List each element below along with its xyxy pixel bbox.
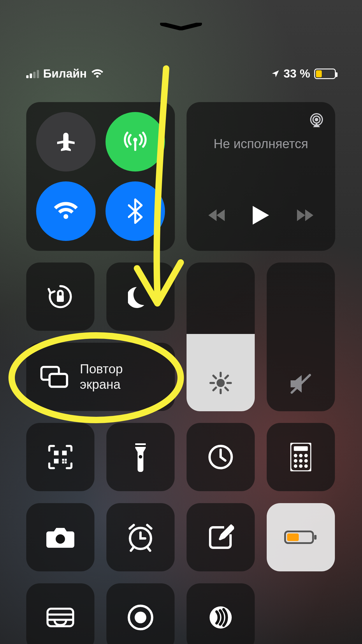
screen-record-icon: [127, 604, 154, 631]
qr-code-icon: [47, 444, 74, 470]
location-icon: [271, 70, 280, 78]
bluetooth-button[interactable]: [106, 181, 165, 241]
battery-icon: [314, 69, 336, 79]
orientation-lock-button[interactable]: [26, 262, 94, 331]
note-compose-icon: [207, 524, 234, 551]
svg-rect-17: [135, 445, 146, 447]
wifi-icon: [53, 201, 79, 221]
status-bar: Билайн 33 %: [26, 67, 336, 80]
cellular-signal-icon: [26, 69, 39, 78]
cellular-antenna-icon: [123, 129, 148, 154]
speaker-muted-icon: [288, 372, 314, 396]
screen-mirroring-label: Повтор экрана: [80, 361, 123, 392]
alarm-button[interactable]: [106, 503, 175, 571]
previous-track-button[interactable]: [208, 208, 226, 222]
brightness-slider[interactable]: [187, 262, 255, 411]
wifi-button[interactable]: [36, 181, 96, 241]
svg-point-22: [299, 454, 303, 457]
battery-percent-label: 33 %: [284, 67, 310, 80]
svg-rect-7: [50, 374, 67, 387]
nfc-tag-reader-button[interactable]: [187, 583, 255, 644]
timer-button[interactable]: [187, 423, 255, 491]
svg-rect-20: [294, 446, 308, 451]
flashlight-icon: [132, 441, 149, 473]
svg-point-21: [294, 454, 297, 457]
svg-point-25: [299, 459, 303, 463]
wifi-icon: [91, 69, 104, 79]
airplane-icon: [53, 129, 78, 154]
connectivity-panel[interactable]: [26, 102, 175, 251]
svg-rect-9: [54, 451, 59, 455]
svg-point-16: [139, 455, 142, 459]
svg-rect-12: [62, 459, 64, 461]
alarm-clock-icon: [126, 523, 155, 552]
svg-rect-34: [287, 533, 299, 541]
battery-fill: [316, 70, 322, 77]
do-not-disturb-button[interactable]: [106, 262, 175, 331]
svg-rect-14: [62, 461, 64, 463]
calculator-icon: [290, 443, 311, 471]
bluetooth-icon: [128, 198, 143, 224]
rotation-lock-icon: [46, 282, 75, 311]
quick-note-button[interactable]: [187, 503, 255, 571]
svg-rect-13: [65, 461, 67, 463]
svg-point-5: [217, 379, 225, 387]
svg-point-30: [56, 534, 65, 544]
svg-point-26: [304, 459, 308, 463]
svg-rect-11: [54, 459, 59, 463]
airplay-audio-icon[interactable]: [308, 112, 325, 130]
screen-mirroring-button[interactable]: Повтор экрана: [26, 343, 175, 411]
sun-icon: [208, 370, 233, 396]
svg-point-29: [304, 464, 308, 468]
play-button[interactable]: [253, 206, 269, 225]
moon-icon: [128, 284, 153, 309]
svg-rect-10: [62, 451, 67, 455]
wallet-icon: [46, 606, 75, 629]
camera-icon: [45, 526, 75, 549]
svg-point-3: [315, 118, 318, 121]
timer-icon: [207, 443, 234, 471]
svg-point-28: [299, 464, 303, 468]
screen-record-button[interactable]: [106, 583, 175, 644]
nfc-icon: [207, 604, 234, 631]
qr-scanner-button[interactable]: [26, 423, 94, 491]
svg-rect-35: [48, 609, 73, 626]
svg-point-37: [135, 612, 146, 623]
camera-button[interactable]: [26, 503, 94, 571]
carrier-label: Билайн: [43, 67, 87, 80]
calculator-button[interactable]: [267, 423, 335, 491]
volume-slider[interactable]: [267, 262, 335, 411]
airplane-mode-button[interactable]: [36, 112, 96, 172]
flashlight-button[interactable]: [106, 423, 175, 491]
now-playing-panel[interactable]: Не исполняется: [187, 102, 335, 251]
svg-point-23: [304, 454, 308, 457]
screen-mirroring-icon: [40, 365, 69, 388]
wallet-button[interactable]: [26, 583, 94, 644]
svg-rect-15: [65, 459, 67, 461]
svg-rect-33: [314, 535, 317, 540]
svg-point-24: [294, 459, 297, 463]
now-playing-title: Не исполняется: [214, 136, 308, 151]
next-track-button[interactable]: [295, 208, 314, 222]
low-power-mode-button[interactable]: [267, 503, 335, 571]
battery-low-power-icon: [283, 528, 318, 546]
dismiss-chevron-icon[interactable]: [159, 23, 203, 30]
svg-point-27: [294, 464, 297, 468]
cellular-data-button[interactable]: [106, 112, 165, 172]
